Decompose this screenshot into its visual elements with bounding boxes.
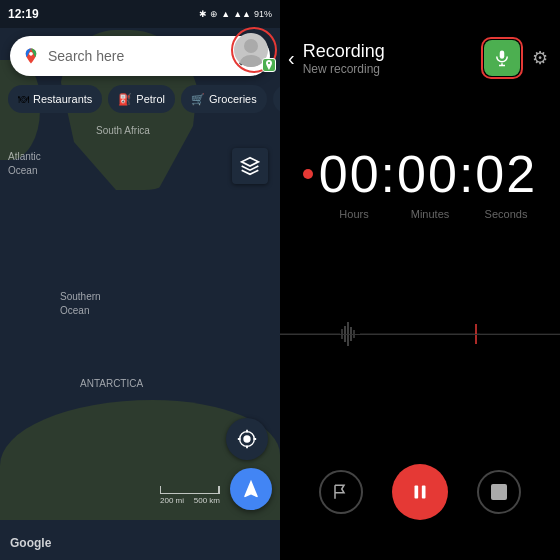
scale-half — [161, 486, 219, 493]
chip-petrol[interactable]: ⛽ Petrol — [108, 85, 175, 113]
svg-rect-17 — [414, 486, 418, 499]
timer-labels: Hours Minutes Seconds — [296, 208, 544, 220]
chip-petrol-label: Petrol — [136, 93, 165, 105]
flag-button[interactable] — [319, 470, 363, 514]
recorder-controls — [280, 448, 560, 560]
scale-km: 500 km — [194, 496, 220, 505]
status-time: 12:19 — [8, 7, 39, 21]
battery-icon: 91% — [254, 9, 272, 19]
recorder-header: ‹ Recording New recording ⚙ — [280, 0, 560, 84]
timer-text: 00:00:02 — [319, 144, 537, 204]
scale-bar: 200 mi 500 km — [160, 486, 220, 505]
mic-header-button[interactable] — [484, 40, 520, 76]
antarctica-label: ANTARCTICA — [80, 378, 143, 389]
pause-button[interactable] — [392, 464, 448, 520]
maps-panel: 12:19 ✱ ⊕ ▲ ▲▲ 91% Search here 🎤 — [0, 0, 280, 560]
chip-restaurants[interactable]: 🍽 Restaurants — [8, 85, 102, 113]
seconds-label: Seconds — [468, 208, 544, 220]
category-bar: 🍽 Restaurants ⛽ Petrol 🛒 Groceries Co — [0, 82, 280, 116]
chip-groceries-label: Groceries — [209, 93, 257, 105]
google-logo: Google — [10, 536, 51, 550]
scale-miles: 200 mi — [160, 496, 184, 505]
scale-text: 200 mi 500 km — [160, 496, 220, 505]
south-africa-label: South Africa — [96, 125, 150, 136]
recorder-title: Recording — [303, 41, 476, 62]
my-location-icon — [236, 428, 258, 450]
recorder-subtitle: New recording — [303, 62, 476, 76]
minutes-label: Minutes — [392, 208, 468, 220]
chip-restaurants-label: Restaurants — [33, 93, 92, 105]
back-button[interactable]: ‹ — [288, 47, 295, 70]
waveform-area — [280, 240, 560, 428]
chip-groceries[interactable]: 🛒 Groceries — [181, 85, 267, 113]
stop-button[interactable] — [477, 470, 521, 514]
timer-section: 00:00:02 Hours Minutes Seconds — [280, 144, 560, 220]
mic-button-highlight — [481, 37, 523, 79]
google-maps-logo — [22, 47, 40, 65]
hours-label: Hours — [316, 208, 392, 220]
navigate-button[interactable] — [230, 468, 272, 510]
atlantic-ocean-label: AtlanticOcean — [8, 150, 41, 178]
settings-icon[interactable]: ⚙ — [532, 47, 548, 69]
media-icon: ⊕ — [210, 9, 218, 19]
chip-more[interactable]: Co — [273, 85, 280, 113]
signal-icon: ▲▲ — [233, 9, 251, 19]
search-input[interactable]: Search here — [48, 48, 234, 64]
waveform-baseline — [280, 334, 560, 335]
avatar-container[interactable] — [234, 30, 274, 70]
stop-icon — [491, 484, 507, 500]
recorder-title-section: Recording New recording — [303, 41, 476, 76]
wifi-icon: ▲ — [221, 9, 230, 19]
status-bar: 12:19 ✱ ⊕ ▲ ▲▲ 91% — [0, 0, 280, 28]
flag-icon — [332, 483, 350, 501]
location-pin-badge — [262, 58, 276, 72]
pause-icon — [409, 481, 431, 503]
scale-line — [160, 486, 220, 494]
svg-point-2 — [243, 435, 250, 442]
layers-icon — [240, 156, 260, 176]
navigate-icon — [240, 478, 262, 500]
pin-icon — [265, 60, 273, 70]
svg-point-0 — [244, 39, 258, 53]
layers-button[interactable] — [232, 148, 268, 184]
bluetooth-icon: ✱ — [199, 9, 207, 19]
timer-display: 00:00:02 — [303, 144, 537, 204]
my-location-button[interactable] — [226, 418, 268, 460]
status-icons: ✱ ⊕ ▲ ▲▲ 91% — [199, 9, 272, 19]
southern-ocean-label: SouthernOcean — [60, 290, 101, 318]
recording-dot — [303, 169, 313, 179]
recorder-panel: ‹ Recording New recording ⚙ 00:00:02 Hou… — [280, 0, 560, 560]
svg-rect-18 — [422, 486, 426, 499]
